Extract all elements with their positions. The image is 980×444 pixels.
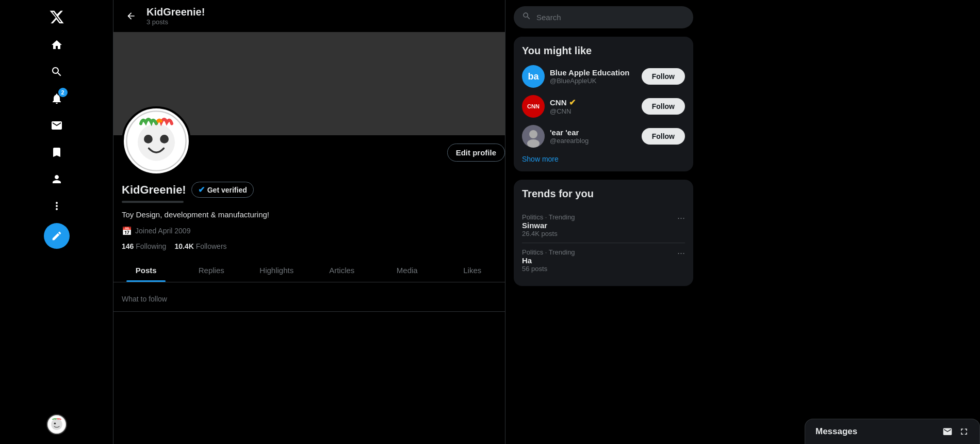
sidebar-item-home[interactable] xyxy=(44,32,70,58)
back-button[interactable] xyxy=(122,7,140,25)
trend-name-ha: Ha xyxy=(522,256,575,265)
followers-count: 10.4K xyxy=(174,242,193,250)
x-logo[interactable] xyxy=(44,4,70,30)
verify-checkmark-icon: ✔ xyxy=(198,185,205,195)
rec-avatar-blue-apple: ba xyxy=(522,65,545,88)
you-might-like-card: You might like ba Blue Apple Education @… xyxy=(514,37,693,171)
verified-check-icon: ✔ xyxy=(569,98,576,107)
trend-more-icon-sinwar[interactable]: ··· xyxy=(677,213,685,223)
profile-top-posts: 3 posts xyxy=(146,18,205,26)
following-stat[interactable]: 146 Following xyxy=(122,242,166,250)
rec-name-cnn: CNN ✔ xyxy=(550,98,636,107)
main-content: KidGreenie! 3 posts Edit profile xyxy=(113,0,505,444)
rec-item-ear-ear: 'ear 'ear @earearblog Follow xyxy=(522,125,685,148)
profile-bio: Toy Design, development & manufacturing! xyxy=(122,209,497,221)
profile-body: Edit profile KidGreenie! xyxy=(113,135,505,282)
messages-expand-icon[interactable] xyxy=(959,426,969,437)
trend-item-sinwar: Politics · Trending Sinwar 26.4K posts ·… xyxy=(522,208,685,243)
profile-name-row: KidGreenie! ✔ Get verified xyxy=(122,182,497,198)
trend-posts-ha: 56 posts xyxy=(522,265,575,273)
svg-point-8 xyxy=(527,139,540,148)
sidebar-item-more[interactable] xyxy=(44,193,70,219)
avatar-container xyxy=(122,106,191,176)
rec-info-ear-ear: 'ear 'ear @earearblog xyxy=(550,128,636,145)
sidebar-item-notifications[interactable]: 2 xyxy=(44,86,70,112)
tab-articles[interactable]: Articles xyxy=(309,259,375,282)
profile-tabs: Posts Replies Highlights Articles Media … xyxy=(113,259,505,282)
tab-posts[interactable]: Posts xyxy=(113,259,179,282)
right-sidebar: You might like ba Blue Apple Education @… xyxy=(505,0,701,444)
sidebar-item-bookmarks[interactable] xyxy=(44,139,70,165)
follow-button-ear-ear[interactable]: Follow xyxy=(642,128,685,145)
get-verified-label: Get verified xyxy=(207,186,247,194)
show-more-link[interactable]: Show more xyxy=(522,155,685,163)
svg-point-3 xyxy=(138,123,175,161)
get-verified-button[interactable]: ✔ Get verified xyxy=(191,182,254,198)
calendar-icon: 📅 xyxy=(122,226,132,236)
rec-name-ear-ear: 'ear 'ear xyxy=(550,128,636,137)
sidebar-item-explore[interactable] xyxy=(44,59,70,85)
profile-avatar xyxy=(122,106,191,176)
tab-highlights[interactable]: Highlights xyxy=(244,259,309,282)
posts-teaser: What to follow xyxy=(122,295,497,303)
messages-bar: Messages xyxy=(805,419,980,444)
profile-top-bar: KidGreenie! 3 posts xyxy=(113,0,505,32)
sidebar-user-avatar[interactable] xyxy=(46,414,67,435)
svg-point-5 xyxy=(160,135,169,144)
trends-for-you-card: Trends for you Politics · Trending Sinwa… xyxy=(514,180,693,286)
profile-handle-placeholder xyxy=(122,201,184,203)
rec-handle-ear-ear: @earearblog xyxy=(550,137,636,145)
trend-category-sinwar: Politics · Trending xyxy=(522,213,575,221)
sidebar-item-messages[interactable] xyxy=(44,113,70,138)
sidebar-item-profile[interactable] xyxy=(44,166,70,192)
rec-avatar-cnn: CNN xyxy=(522,95,545,118)
following-count: 146 xyxy=(122,242,134,250)
messages-compose-icon[interactable] xyxy=(942,426,953,437)
sidebar-nav: 2 xyxy=(0,32,113,219)
rec-info-cnn: CNN ✔ @CNN xyxy=(550,98,636,115)
search-bar[interactable] xyxy=(514,6,693,28)
svg-point-1 xyxy=(54,422,56,424)
notification-count: 2 xyxy=(58,88,68,97)
follow-button-blue-apple[interactable]: Follow xyxy=(642,68,685,85)
profile-name: KidGreenie! xyxy=(122,183,186,197)
trend-posts-sinwar: 26.4K posts xyxy=(522,230,575,237)
tab-replies[interactable]: Replies xyxy=(179,259,244,282)
profile-top-name: KidGreenie! xyxy=(146,6,205,18)
messages-actions xyxy=(942,426,969,437)
trend-more-icon-ha[interactable]: ··· xyxy=(677,248,685,258)
follow-button-cnn[interactable]: Follow xyxy=(642,98,685,115)
sidebar: 2 xyxy=(0,0,113,444)
edit-profile-button[interactable]: Edit profile xyxy=(447,144,505,162)
rec-info-blue-apple: Blue Apple Education @BlueAppleUK xyxy=(550,68,636,85)
svg-point-4 xyxy=(144,135,153,144)
rec-handle-blue-apple: @BlueAppleUK xyxy=(550,77,636,85)
rec-avatar-ear-ear xyxy=(522,125,545,148)
profile-meta: 📅 Joined April 2009 xyxy=(122,226,497,236)
rec-name-blue-apple: Blue Apple Education xyxy=(550,68,636,77)
profile-top-info: KidGreenie! 3 posts xyxy=(146,6,205,26)
trend-item-ha: Politics · Trending Ha 56 posts ··· xyxy=(522,243,685,278)
search-icon xyxy=(522,11,531,23)
posts-section: What to follow xyxy=(113,282,505,312)
you-might-like-title: You might like xyxy=(522,45,685,57)
messages-label: Messages xyxy=(815,426,857,437)
profile-follow-row: 146 Following 10.4K Followers xyxy=(122,242,497,250)
svg-point-7 xyxy=(529,130,537,138)
trends-title: Trends for you xyxy=(522,188,685,200)
trend-category-ha: Politics · Trending xyxy=(522,248,575,256)
following-label: Following xyxy=(136,242,166,250)
rec-item-blue-apple: ba Blue Apple Education @BlueAppleUK Fol… xyxy=(522,65,685,88)
tab-media[interactable]: Media xyxy=(374,259,440,282)
rec-item-cnn: CNN CNN ✔ @CNN Follow xyxy=(522,95,685,118)
profile-joined: Joined April 2009 xyxy=(135,227,190,235)
compose-button[interactable] xyxy=(44,223,70,249)
followers-stat[interactable]: 10.4K Followers xyxy=(174,242,226,250)
tab-likes[interactable]: Likes xyxy=(440,259,505,282)
followers-label: Followers xyxy=(196,242,227,250)
search-input[interactable] xyxy=(536,13,685,22)
trend-name-sinwar: Sinwar xyxy=(522,221,575,230)
rec-handle-cnn: @CNN xyxy=(550,107,636,115)
